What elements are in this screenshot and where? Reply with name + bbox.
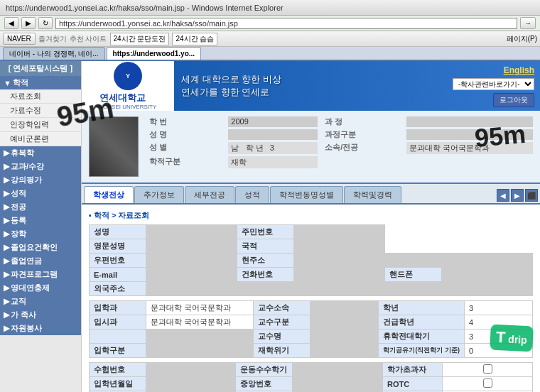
tab-sebu-jeongong[interactable]: 세부전공 [185,186,234,203]
tab-hakjeok-byeongdong[interactable]: 학적변동명성별 [270,186,343,203]
tdrip-logo: T drip [490,324,534,352]
sidebar-section-yemdae[interactable]: ▶ 영대연충제 [0,281,81,295]
sidebar-section-jobeop[interactable]: ▶ 졸업요건확인 [0,241,81,254]
tdrip-t: T [496,328,507,347]
sidebar-section-pako[interactable]: ▶ 파견프로그램 [0,268,81,281]
hakga-val [443,363,533,377]
foreign-addr-val [146,282,533,296]
toolbar: NAVER 즐겨찾기 추천 사이트 24시간 문단도전 24시간 습습 페이지(… [0,31,540,47]
section-label: 학적 [13,77,28,88]
back-button[interactable]: ◀ [4,17,18,29]
sidebar-section-deungrok[interactable]: ▶ 등록 [0,214,81,227]
undong-val [293,363,382,377]
tab-hakreok-gyeongnyeok[interactable]: 학력및경력 [344,186,401,203]
arrow-icon-6: ▶ [4,202,9,212]
university-name-kr: 연세대학교 [99,92,156,104]
sidebar-item-2[interactable]: 가료수정 [0,104,81,118]
gyosum-val [310,330,379,344]
24h-study-label[interactable]: 24시간 습습 [172,33,217,45]
tab-chugajeongbo[interactable]: 추가정보 [134,186,184,203]
sidebar-section-jeongong[interactable]: ▶ 전공 [0,200,81,214]
recommend-label[interactable]: 추천 사이트 [70,34,107,44]
sidebar-section-gang[interactable]: ▶ 강의평가 [0,173,81,187]
tab-navigation: 학생전상 추가정보 세부전공 성적 학적변동명성별 학력및경력 ◀ ▶ ⬛ [82,184,540,205]
search-naver-btn[interactable]: NAVER [3,33,36,45]
blank-lbl [90,330,146,344]
gender-label: 성 별 [149,142,221,154]
sidebar-section-gajuksaeng[interactable]: ▶ 가 족사 [0,308,81,322]
seongmyeong-val [146,225,237,239]
email-lbl: E-mail [90,268,146,282]
placeholder-label [325,156,399,168]
next-arrow[interactable]: ▶ [511,189,524,202]
rotc-val [443,377,533,391]
arrow-icon-8: ▶ [4,229,9,239]
sidebar-section-hyu[interactable]: ▶ 휴복학 [0,146,81,160]
sidebar-section-jobeop-geumg[interactable]: ▶ 졸업연금 [0,254,81,268]
table-row: 수험번호 운동수수학기 학가초과자 [90,363,533,377]
sidebar-section-jaguobong[interactable]: ▶ 자원봉사 [0,322,81,335]
gwajungbun-label: 과정구분 [325,129,399,140]
suhum-lbl: 수험번호 [90,363,146,377]
ipjuka-val: 문과대학 국어국문학과 [146,301,254,315]
rotc-checkbox[interactable] [483,379,492,388]
24h-label[interactable]: 24시간 문단도전 [110,33,170,45]
hakgiyugi-lbl: 학기공유기(직전학기 기준) [379,344,465,358]
end-arrow[interactable]: ⬛ [525,189,538,202]
banner-line2: 연세가를 향한 연세로 [181,86,281,99]
seongmyeong-lbl: 성명 [90,225,146,239]
sidebar-title-text: [ 연세포탈시스템 ] [9,64,72,72]
suhum-val [146,363,236,377]
blank-val [146,330,254,344]
hyu-lbl: 휴학전대학기 [379,330,465,344]
table-row: 입시과 문과대학 국어국문학과 교수구분 건급학년 4 [90,315,533,330]
section-title: ▪ 학적 > 자료조회 [89,210,533,221]
browser-tab-0[interactable]: 네이버 - 나의 경쟁력, 네이... [3,47,105,60]
jahakyugi-lbl: 재학위기 [254,344,310,358]
arrow-icon-14: ▶ [4,310,9,320]
forward-button[interactable]: ▶ [21,17,36,29]
prev-arrow[interactable]: ◀ [497,189,509,202]
go-button[interactable]: → [520,17,536,29]
sidebar-section-gwamok[interactable]: ▶ 교과/수강 [0,160,81,173]
arrow-icon-9: ▶ [4,243,9,252]
yeongmun-lbl: 영문성명 [90,239,146,254]
tab-hakjeong-sangse[interactable]: 학생전상 [84,186,134,203]
gwajung-label: 과 정 [325,116,399,127]
page-label[interactable]: 페이지(P) [507,34,537,44]
url-input[interactable] [55,18,517,29]
gyosubun-lbl: 교수구분 [254,315,310,330]
phone-val [294,268,385,282]
university-header: Y 연세대학교 YONSEI UNIVERSITY 세계 대학으로 향한 비상 … [82,61,540,111]
watermark-right: 95m [473,119,526,153]
sidebar-section-janghaeng[interactable]: ▶ 장학 [0,227,81,241]
arrow-icon-15: ▶ [4,324,9,333]
rotc-lbl: ROTC [382,377,443,391]
arrow-icon-12: ▶ [4,283,9,293]
sidebar-section-hakjuk[interactable]: ▼ 학적 [0,76,81,89]
haknyeon-label: 학 년 [246,143,264,152]
tab-seongjuek[interactable]: 성적 [235,186,269,203]
sidebar-item-3[interactable]: 인장학입력 [0,118,81,132]
jungang-val [293,377,382,391]
logout-button[interactable]: 로그아웃 [493,93,534,107]
university-logo-area: Y 연세대학교 YONSEI UNIVERSITY [82,61,174,111]
hyeonjuso-val [294,254,533,268]
ipjsika-lbl: 입시과 [90,315,146,330]
refresh-button[interactable]: ↻ [38,17,53,29]
upenbon-lbl: 우편번호 [90,254,146,268]
arrow-icon-5: ▶ [4,189,9,198]
favorites-label[interactable]: 즐겨찾기 [38,34,67,44]
ipjanyeonwol-lbl: 입학년월일 [90,377,146,391]
hakga-checkbox[interactable] [483,364,492,374]
sidebar-item-4[interactable]: 예비군론련 [0,132,81,146]
sidebar-section-gyojik[interactable]: ▶ 교직 [0,295,81,308]
sidebar-section-seongjeok[interactable]: ▶ 성적 [0,187,81,200]
browser-tab-1[interactable]: https://underwood1.yo... [107,47,202,60]
english-link[interactable]: English [504,65,534,75]
nav-select[interactable]: -학사관련바로가기- [453,78,534,90]
sidebar-item-1[interactable]: 자료조회 [0,89,81,104]
ipjabun-lbl: 입학구분 [90,344,146,358]
seongmyeong-label: 성 명 [149,129,221,140]
sidebar-title: [ 연세포탈시스템 ] [0,61,81,76]
